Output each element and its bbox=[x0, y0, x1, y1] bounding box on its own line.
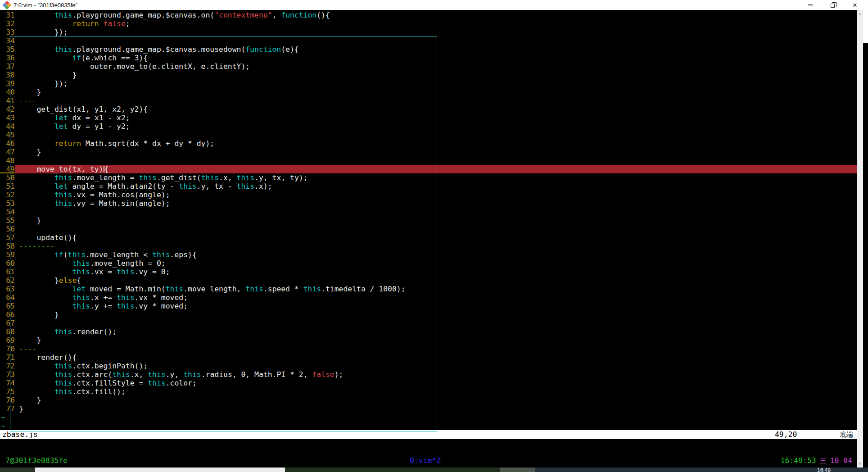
code-text: } bbox=[15, 216, 857, 225]
tmux-window-name[interactable]: 0:vim*Z bbox=[410, 456, 441, 466]
code-text: update(){ bbox=[15, 233, 857, 242]
code-text: } bbox=[15, 148, 857, 156]
code-line: 66 } bbox=[0, 310, 857, 319]
close-button[interactable]: ✕ bbox=[850, 0, 860, 9]
vim-command-line[interactable] bbox=[0, 439, 857, 448]
code-area: 31 this.playground.game_map.$canvas.on("… bbox=[0, 11, 857, 430]
line-number: 35 bbox=[0, 45, 15, 54]
line-number: 68 bbox=[0, 327, 15, 336]
code-text: this.ctx.fillStyle = this.color; bbox=[15, 379, 857, 387]
line-number: 67 bbox=[0, 319, 15, 327]
code-text: this.playground.game_map.$canvas.on("con… bbox=[15, 11, 857, 19]
line-number: 75 bbox=[0, 387, 15, 396]
code-text: } bbox=[15, 404, 857, 413]
code-line: 41---- bbox=[0, 96, 857, 105]
code-line: 77} bbox=[0, 404, 857, 413]
line-number: 59 bbox=[0, 250, 15, 259]
code-text: } bbox=[15, 71, 857, 79]
code-line: 35 this.playground.game_map.$canvas.mous… bbox=[0, 45, 857, 54]
code-text: ---- bbox=[15, 96, 857, 105]
code-text: if(e.which == 3){ bbox=[15, 54, 857, 62]
code-line: 63 let moved = Math.min(this.move_length… bbox=[0, 285, 857, 293]
statusline-filename: zbase.js bbox=[2, 430, 38, 439]
terminal-window: 7:0:vim - "301f3e0835fe" ✕ 31 this.playg… bbox=[0, 0, 868, 472]
code-text: this.move_length = 0; bbox=[15, 259, 857, 268]
code-text: this.move_length = this.get_dist(this.x,… bbox=[15, 173, 857, 182]
line-number: 50 bbox=[0, 173, 15, 182]
line-number: 66 bbox=[0, 310, 15, 319]
code-line: 58-------- bbox=[0, 242, 857, 250]
line-number: 45 bbox=[0, 131, 15, 139]
code-line: 71 render(){ bbox=[0, 353, 857, 362]
app-icon bbox=[4, 1, 11, 9]
code-text bbox=[15, 413, 857, 422]
line-number: 58 bbox=[0, 242, 15, 250]
minimize-icon bbox=[808, 5, 813, 5]
code-line: 62 }else{ bbox=[0, 276, 857, 285]
code-line: 65 this.y += this.vy * moved; bbox=[0, 302, 857, 310]
code-text bbox=[15, 156, 857, 165]
vim-statusline: zbase.js 49,20 底端 bbox=[0, 430, 857, 439]
code-line: 40 } bbox=[0, 88, 857, 96]
code-text: outer.move_to(e.clientX, e.clientY); bbox=[15, 62, 857, 71]
scroll-down-icon[interactable]: ∨ bbox=[857, 460, 863, 467]
line-number: 70 bbox=[0, 345, 15, 353]
line-number: 36 bbox=[0, 54, 15, 62]
line-number: 72 bbox=[0, 362, 15, 370]
restore-icon bbox=[831, 4, 835, 8]
line-number: 40 bbox=[0, 88, 15, 96]
statusline-scroll-location: 底端 bbox=[840, 430, 853, 439]
scroll-up-icon[interactable]: ∧ bbox=[857, 11, 863, 17]
vertical-scrollbar[interactable]: ∧ ∨ bbox=[857, 10, 863, 467]
empty-buffer-line: ~ bbox=[0, 413, 857, 422]
code-line: 45 bbox=[0, 131, 857, 139]
tilde-marker: ~ bbox=[0, 413, 15, 422]
line-number: 56 bbox=[0, 225, 15, 233]
title-bar: 7:0:vim - "301f3e0835fe" ✕ bbox=[0, 0, 868, 10]
code-line: 31 this.playground.game_map.$canvas.on("… bbox=[0, 11, 857, 19]
code-text bbox=[15, 422, 857, 430]
line-number: 46 bbox=[0, 139, 15, 148]
code-line: 32 return false; bbox=[0, 19, 857, 28]
tmux-weekday: 三 bbox=[820, 457, 827, 465]
code-text: let moved = Math.min(this.move_length, t… bbox=[15, 285, 857, 293]
tilde-marker: ~ bbox=[0, 422, 15, 430]
code-line: 74 this.ctx.fillStyle = this.color; bbox=[0, 379, 857, 387]
code-text: let dx = x1 - x2; bbox=[15, 113, 857, 122]
restore-button[interactable] bbox=[827, 0, 837, 9]
code-text: this.x += this.vx * moved; bbox=[15, 293, 857, 302]
taskbar-button[interactable] bbox=[500, 467, 535, 472]
terminal-screen[interactable]: 31 this.playground.game_map.$canvas.on("… bbox=[0, 10, 857, 467]
code-text: return Math.sqrt(dx * dx + dy * dy); bbox=[15, 139, 857, 148]
line-number: 57 bbox=[0, 233, 15, 242]
code-line: 33 }); bbox=[0, 28, 857, 36]
code-line: 47 } bbox=[0, 148, 857, 156]
code-line: 61 this.vx = this.vy = 0; bbox=[0, 268, 857, 276]
code-text: this.ctx.fill(); bbox=[15, 387, 857, 396]
code-text: this.ctx.beginPath(); bbox=[15, 362, 857, 370]
code-line: 67 bbox=[0, 319, 857, 327]
line-number: 42 bbox=[0, 105, 15, 113]
code-line: 56 bbox=[0, 225, 857, 233]
code-text: this.vy = Math.sin(angle); bbox=[15, 199, 857, 208]
background-window-sliver bbox=[863, 10, 868, 43]
code-line: 75 this.ctx.fill(); bbox=[0, 387, 857, 396]
line-number: 62 bbox=[0, 276, 15, 285]
line-number: 31 bbox=[0, 11, 15, 19]
line-number: 34 bbox=[0, 36, 15, 45]
tmux-session-name: 7@301f3e0835fe bbox=[5, 456, 68, 466]
taskbar-segment bbox=[0, 467, 35, 472]
code-line: 70---- bbox=[0, 345, 857, 353]
tmux-time: 16:49:53 bbox=[781, 456, 816, 465]
statusline-cursor-position: 49,20 bbox=[775, 430, 797, 439]
code-text: }else{ bbox=[15, 276, 857, 285]
window-controls: ✕ bbox=[805, 0, 860, 10]
code-line: 55 } bbox=[0, 216, 857, 225]
code-line: 49 move_to(tx, ty){ bbox=[0, 165, 857, 173]
line-number: 53 bbox=[0, 199, 15, 208]
code-line: 73 this.ctx.arc(this.x, this.y, this.rad… bbox=[0, 370, 857, 379]
minimize-button[interactable] bbox=[805, 0, 815, 9]
taskbar-sliver: 16:49 bbox=[0, 467, 868, 472]
taskbar-active-button[interactable] bbox=[35, 467, 285, 472]
code-line: 46 return Math.sqrt(dx * dx + dy * dy); bbox=[0, 139, 857, 148]
